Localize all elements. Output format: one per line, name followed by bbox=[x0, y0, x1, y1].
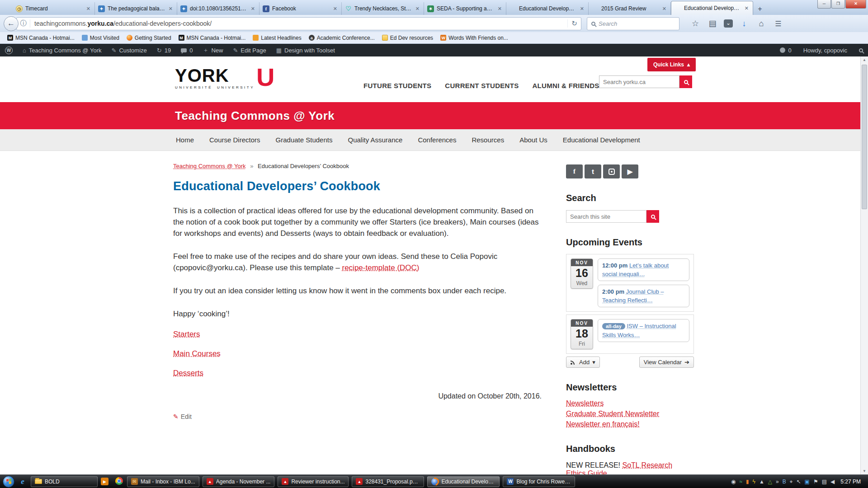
tab-cookbook-active[interactable]: Educational Developers' Co... ✕ bbox=[671, 1, 753, 15]
maximize-button[interactable]: ❐ bbox=[831, 0, 845, 9]
scrollbar-thumb[interactable] bbox=[862, 65, 867, 209]
pocket-icon[interactable]: ⌄ bbox=[724, 19, 733, 28]
volume-icon[interactable]: ◀ bbox=[830, 479, 835, 485]
taskbar-mail[interactable]: ✉Mail - Inbox - IBM Lo... bbox=[127, 476, 199, 487]
menu-icon[interactable]: ☰ bbox=[773, 19, 784, 28]
reload-icon[interactable]: ↻ bbox=[567, 19, 581, 28]
wp-customize[interactable]: ✎Customize bbox=[106, 44, 151, 56]
grad-newsletter-link[interactable]: Graduate Student Newsletter bbox=[566, 408, 659, 419]
tab-timecard[interactable]: ◷ Timecard ✕ bbox=[13, 2, 95, 15]
tab-pedagogical[interactable]: ✦ The pedagogical balan... ✕ bbox=[95, 2, 177, 15]
taskbar-pdf-reviewer[interactable]: ▲Reviewer instruction... bbox=[278, 476, 349, 487]
menu-future-students[interactable]: FUTURE STUDENTS bbox=[363, 82, 431, 89]
url-bar[interactable]: ⓘ teachingcommons.yorku.ca/educational-d… bbox=[16, 17, 581, 30]
bookmark-msn-2[interactable]: MMSN Canada - Hotmai... bbox=[175, 35, 250, 41]
webcam-icon[interactable]: ◉ bbox=[731, 479, 736, 485]
agent-icon[interactable]: ▮ bbox=[746, 479, 749, 485]
network-icon[interactable]: ▤ bbox=[822, 479, 827, 485]
twitter-button[interactable]: t bbox=[585, 164, 601, 178]
taskbar-pdf-agenda[interactable]: ▲Agenda - November ... bbox=[203, 476, 275, 487]
nav-about-us[interactable]: About Us bbox=[512, 136, 555, 144]
tab-doi[interactable]: ✦ doi:10.1080/13562517.2... ✕ bbox=[177, 2, 259, 15]
instagram-button[interactable] bbox=[603, 164, 620, 178]
taskbar-clock[interactable]: 5:27 PM bbox=[840, 479, 861, 485]
nav-resources[interactable]: Resources bbox=[464, 136, 512, 144]
french-newsletter-link[interactable]: Newsletter en français! bbox=[566, 419, 640, 429]
breadcrumb-home-link[interactable]: Teaching Commons @ York bbox=[173, 163, 246, 169]
bookmark-msn-1[interactable]: MMSN Canada - Hotmai... bbox=[4, 35, 78, 41]
tab-necklaces[interactable]: ♡ Trendy Necklaces, Stat... ✕ bbox=[342, 2, 424, 15]
wp-toolset[interactable]: ▦Design with Toolset bbox=[271, 44, 340, 56]
taskbar-firefox[interactable]: Educational Develop... bbox=[427, 476, 500, 487]
wp-howdy[interactable]: Howdy, cpopovic bbox=[798, 47, 852, 54]
chrome-icon[interactable] bbox=[114, 477, 124, 486]
bookmark-words-with-friends[interactable]: WWords With Friends on... bbox=[437, 35, 512, 41]
tab-close-icon[interactable]: ✕ bbox=[661, 6, 667, 12]
tab-close-icon[interactable]: ✕ bbox=[332, 6, 338, 12]
bookmark-star-icon[interactable]: ☆ bbox=[689, 19, 701, 28]
recipe-template-link[interactable]: recipe-template (DOC) bbox=[342, 263, 420, 272]
app-icon[interactable]: ▣ bbox=[805, 479, 810, 485]
scroll-up-arrow[interactable]: ▲ bbox=[861, 56, 868, 63]
start-button[interactable] bbox=[3, 476, 14, 488]
nav-graduate-students[interactable]: Graduate Students bbox=[268, 136, 340, 144]
taskbar-pdf-proposal[interactable]: ▲328431_Proposal.pdf ... bbox=[352, 476, 424, 487]
internet-explorer-icon[interactable]: e bbox=[18, 477, 28, 486]
edit-link[interactable]: ✎ Edit bbox=[173, 413, 542, 420]
signal-icon[interactable]: » bbox=[776, 479, 779, 485]
gdrive-icon[interactable]: △ bbox=[768, 479, 772, 485]
event-link[interactable]: 2:00 pm Journal Club – Teaching Reflecti… bbox=[598, 285, 689, 307]
taskbar-word[interactable]: WBlog for Chris Rowell... bbox=[503, 476, 575, 487]
site-search-input[interactable] bbox=[566, 210, 646, 223]
close-button[interactable]: ✕ bbox=[845, 0, 866, 9]
bookmark-ed-dev-resources[interactable]: Ed Dev resources bbox=[378, 35, 437, 41]
tab-close-icon[interactable]: ✕ bbox=[579, 6, 585, 12]
minimize-button[interactable]: ─ bbox=[817, 0, 831, 9]
starters-link[interactable]: Starters bbox=[173, 330, 200, 339]
sametime-icon[interactable]: ≈ bbox=[739, 479, 742, 485]
wp-comments[interactable]: 0 bbox=[176, 44, 198, 56]
power-icon[interactable]: ϟ bbox=[753, 479, 755, 485]
youtube-button[interactable]: ▶ bbox=[622, 164, 638, 178]
yorku-search-input[interactable] bbox=[599, 75, 679, 88]
tab-close-icon[interactable]: ✕ bbox=[168, 6, 174, 12]
site-info-icon[interactable]: ⓘ bbox=[17, 19, 30, 28]
tab-close-icon[interactable]: ✕ bbox=[250, 6, 256, 12]
bookmark-academic-conference[interactable]: aAcademic Conference... bbox=[305, 35, 378, 41]
nav-home[interactable]: Home bbox=[168, 136, 202, 144]
tab-seda[interactable]: ✶ SEDA - Supporting and ... ✕ bbox=[424, 2, 506, 15]
wp-edit-page[interactable]: ✎Edit Page bbox=[228, 44, 271, 56]
downloads-icon[interactable]: ↓ bbox=[738, 19, 750, 28]
quick-links-button[interactable]: Quick Links ▴ bbox=[647, 58, 696, 71]
dish-icon[interactable]: ⌖ bbox=[790, 479, 793, 485]
newsletters-link[interactable]: Newsletters bbox=[566, 398, 604, 408]
wp-site-name[interactable]: ⌂Teaching Commons @ York bbox=[18, 44, 106, 56]
wp-logo-menu[interactable]: W bbox=[0, 44, 18, 56]
wp-search[interactable] bbox=[854, 48, 868, 52]
york-logo[interactable]: YORK UNIVERSITÉUNIVERSITY U bbox=[175, 66, 274, 89]
wp-new[interactable]: ＋New bbox=[198, 44, 228, 56]
view-calendar-button[interactable]: View Calendar ➔ bbox=[639, 357, 694, 368]
nav-conferences[interactable]: Conferences bbox=[410, 136, 464, 144]
site-search-button[interactable] bbox=[646, 210, 659, 223]
event-link[interactable]: all-day ISW – Instructional Skills Works… bbox=[598, 319, 689, 342]
scroll-down-arrow[interactable]: ▼ bbox=[861, 468, 868, 474]
add-to-calendar-button[interactable]: Add ▾ bbox=[566, 357, 600, 368]
wp-notifications[interactable]: 0 bbox=[775, 47, 796, 54]
bookmark-getting-started[interactable]: Getting Started bbox=[123, 35, 175, 41]
bookmark-latest-headlines[interactable]: Latest Headlines bbox=[249, 35, 305, 41]
nav-course-directors[interactable]: Course Directors bbox=[202, 136, 268, 144]
back-button[interactable]: ← bbox=[4, 16, 19, 31]
tab-close-icon[interactable]: ✕ bbox=[744, 5, 750, 11]
bluetooth-icon[interactable]: B bbox=[783, 479, 786, 485]
nav-quality-assurance[interactable]: Quality Assurance bbox=[340, 136, 410, 144]
desserts-link[interactable]: Desserts bbox=[173, 369, 203, 378]
taskbar-folder-bold[interactable]: BOLD bbox=[31, 476, 98, 487]
wifi-icon[interactable]: ▲ bbox=[759, 479, 764, 485]
wp-updates[interactable]: ↻19 bbox=[152, 44, 176, 56]
bookmark-most-visited[interactable]: Most Visited bbox=[78, 35, 123, 41]
nav-educational-development[interactable]: Educational Development bbox=[555, 136, 648, 144]
media-player-icon[interactable]: ▶ bbox=[101, 478, 111, 485]
tab-facebook[interactable]: f Facebook ✕ bbox=[259, 2, 342, 15]
tab-cookbook-1[interactable]: Educational Developers' Co... ✕ bbox=[506, 2, 589, 15]
